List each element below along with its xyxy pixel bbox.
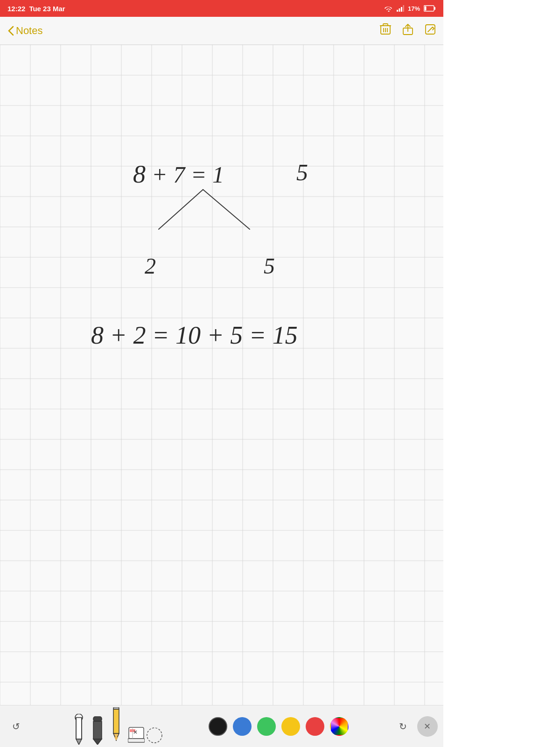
nav-back-label: Notes bbox=[16, 25, 42, 37]
battery-icon bbox=[424, 5, 436, 12]
svg-rect-26 bbox=[113, 709, 119, 733]
nav-bar: Notes bbox=[0, 17, 443, 45]
color-green[interactable] bbox=[257, 717, 276, 736]
lasso-tool[interactable] bbox=[145, 726, 164, 745]
status-right: 17% bbox=[385, 5, 436, 12]
pen-tool[interactable] bbox=[70, 712, 87, 745]
close-button[interactable]: ✕ bbox=[417, 716, 438, 737]
status-time: 12:22 bbox=[7, 5, 25, 13]
svg-line-16 bbox=[428, 28, 431, 32]
color-blue[interactable] bbox=[233, 717, 252, 736]
redo-button[interactable]: ↻ bbox=[393, 716, 413, 737]
svg-rect-6 bbox=[425, 7, 427, 11]
pencil-tool[interactable] bbox=[108, 708, 125, 741]
svg-rect-18 bbox=[76, 718, 82, 739]
eraser-tool[interactable] bbox=[127, 726, 145, 744]
wifi-icon bbox=[385, 5, 393, 12]
svg-rect-1 bbox=[399, 8, 400, 12]
drawing-canvas[interactable] bbox=[0, 45, 443, 705]
status-left: 12:22 Tue 23 Mar bbox=[7, 5, 65, 13]
svg-rect-2 bbox=[401, 7, 402, 12]
undo-button[interactable]: ↺ bbox=[6, 716, 26, 737]
chevron-left-icon bbox=[7, 26, 14, 36]
pencil-icon bbox=[110, 707, 122, 741]
share-icon bbox=[402, 23, 413, 35]
svg-marker-24 bbox=[93, 739, 102, 745]
svg-rect-5 bbox=[434, 7, 436, 10]
status-date: Tue 23 Mar bbox=[29, 5, 65, 13]
edit-button[interactable] bbox=[425, 24, 436, 38]
color-yellow[interactable] bbox=[281, 717, 300, 736]
color-rainbow[interactable] bbox=[330, 717, 349, 736]
svg-rect-12 bbox=[383, 24, 388, 26]
eraser-icon bbox=[128, 725, 145, 745]
edit-icon bbox=[425, 24, 436, 35]
drawing-tools bbox=[70, 708, 164, 745]
svg-rect-3 bbox=[403, 5, 404, 12]
color-red[interactable] bbox=[306, 717, 324, 736]
marker-tool[interactable] bbox=[89, 712, 106, 745]
svg-rect-22 bbox=[93, 717, 102, 721]
trash-button[interactable] bbox=[380, 23, 391, 38]
signal-icon bbox=[397, 5, 404, 12]
color-black[interactable] bbox=[209, 717, 227, 736]
pen-icon bbox=[72, 714, 85, 745]
toolbar: ↺ bbox=[0, 705, 443, 747]
svg-rect-23 bbox=[93, 721, 102, 739]
svg-marker-19 bbox=[76, 739, 82, 745]
trash-icon bbox=[380, 23, 391, 35]
back-button[interactable]: Notes bbox=[7, 25, 42, 37]
canvas-area[interactable] bbox=[0, 45, 443, 705]
svg-point-37 bbox=[147, 728, 162, 743]
share-button[interactable] bbox=[402, 23, 413, 38]
svg-rect-33 bbox=[128, 739, 145, 742]
battery-text: 17% bbox=[408, 5, 420, 12]
nav-actions bbox=[380, 23, 436, 38]
lasso-icon bbox=[145, 726, 164, 745]
marker-icon bbox=[91, 716, 105, 745]
status-bar: 12:22 Tue 23 Mar 17% bbox=[0, 0, 443, 17]
svg-rect-0 bbox=[397, 10, 398, 12]
color-palette bbox=[209, 717, 349, 736]
